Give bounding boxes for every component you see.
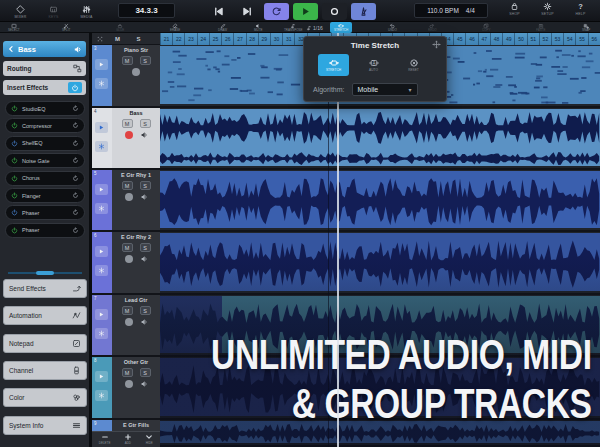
track-header-lead-gtr[interactable]: 7Lead GtrMS <box>92 295 160 357</box>
erase-tool-button[interactable]: ERASE <box>170 22 180 33</box>
track-mute-button[interactable]: M <box>122 119 133 128</box>
track-solo-button[interactable]: S <box>140 56 151 65</box>
track-record-button[interactable] <box>125 380 133 388</box>
track-mute-button[interactable]: M <box>122 243 133 252</box>
track-mute-button[interactable]: M <box>122 306 133 315</box>
transpose-tool-button[interactable]: TRANSPOSE <box>284 22 303 33</box>
track-mute-button[interactable]: M <box>122 181 133 190</box>
play-button[interactable] <box>293 3 318 20</box>
timestretch-stretch-button[interactable]: STRETCH <box>318 54 349 76</box>
paste-tool-button[interactable]: PASTE <box>536 22 546 33</box>
timestretch-auto-button[interactable]: AAUTO <box>358 54 389 76</box>
track-record-button[interactable] <box>125 318 133 326</box>
track-monitor-button[interactable] <box>95 246 108 257</box>
forward-button[interactable] <box>235 3 260 20</box>
track-monitor-button[interactable] <box>95 309 108 320</box>
global-mute-button[interactable]: M <box>112 36 123 42</box>
split-tool-button[interactable]: SPLIT <box>62 22 70 33</box>
effect-slot-8[interactable]: Phaser <box>5 223 85 238</box>
track-drag-icon[interactable] <box>96 35 112 43</box>
track-monitor-button[interactable] <box>95 59 108 70</box>
track-add-button[interactable]: ADD <box>124 433 132 445</box>
media-button[interactable]: MEDIA <box>70 3 103 19</box>
track-color-strip[interactable]: 8 <box>92 357 112 418</box>
track-header-other-gtr[interactable]: 8Other GtrMS <box>92 357 160 420</box>
track-monitor-button[interactable] <box>95 122 108 133</box>
quantize-tool-button[interactable]: 1/16 <box>306 22 323 33</box>
track-freeze-button[interactable] <box>95 203 108 214</box>
track-freeze-button[interactable] <box>95 328 108 339</box>
track-solo-button[interactable]: S <box>140 181 151 190</box>
select-tool-button[interactable]: SELECT <box>8 22 20 33</box>
track-header-e-gtr-rhy-1[interactable]: 5E Gtr Rhy 1MS <box>92 170 160 232</box>
insert-effects-power-button[interactable] <box>68 82 82 93</box>
routing-row[interactable]: Routing <box>3 61 86 76</box>
track-color-strip[interactable]: 4 <box>92 108 112 168</box>
effects-scrollbar[interactable] <box>8 272 82 274</box>
inspector-channel-button[interactable]: Channel <box>3 361 87 380</box>
song-position-display[interactable]: 34.3.3 <box>118 3 175 18</box>
track-record-button[interactable] <box>125 193 133 201</box>
track-color-strip[interactable]: 7 <box>92 295 112 355</box>
record-button[interactable] <box>322 3 347 20</box>
effect-slot-6[interactable]: Flanger <box>5 188 85 203</box>
insert-effects-row[interactable]: Insert Effects <box>3 80 86 95</box>
help-button[interactable]: ?HELP <box>564 0 597 16</box>
global-solo-button[interactable]: S <box>133 36 144 42</box>
inspector-track-header[interactable]: Bass <box>3 41 86 57</box>
inspector-system-info-button[interactable]: System Info <box>3 416 87 435</box>
inspector-send-effects-button[interactable]: Send Effects <box>3 279 87 298</box>
track-header-bass[interactable]: 4BassMS <box>92 108 160 170</box>
setup-button[interactable]: SETUP <box>531 0 564 16</box>
track-monitor-button[interactable] <box>95 371 108 382</box>
track-record-button[interactable] <box>125 131 133 139</box>
track-solo-button[interactable]: S <box>140 119 151 128</box>
move-icon[interactable] <box>432 40 441 49</box>
track-color-strip[interactable]: 6 <box>92 232 112 293</box>
redo-tool-button[interactable]: REDO <box>428 22 437 33</box>
effect-slot-5[interactable]: Chorus <box>5 171 85 186</box>
timestretch-reset-button[interactable]: RESET <box>398 54 429 76</box>
undo-tool-button[interactable]: UNDO <box>388 22 397 33</box>
inspector-automation-button[interactable]: Automation <box>3 306 87 325</box>
metronome-button[interactable] <box>351 3 376 20</box>
draw-tool-button[interactable]: DRAW <box>218 22 227 33</box>
track-record-button[interactable] <box>132 68 140 76</box>
track-header-e-gtr-rhy-2[interactable]: 6E Gtr Rhy 2MS <box>92 232 160 295</box>
algorithm-dropdown[interactable]: Mobile ▾ <box>352 83 418 96</box>
track-solo-button[interactable]: S <box>140 306 151 315</box>
track-freeze-button[interactable] <box>95 265 108 276</box>
cycle-button[interactable] <box>264 3 289 20</box>
effect-slot-2[interactable]: Compressor <box>5 118 85 133</box>
track-freeze-button[interactable] <box>95 78 108 89</box>
glue-tool-button[interactable]: GLUE <box>116 22 124 33</box>
inspector-color-button[interactable]: Color <box>3 388 87 407</box>
tempo-display[interactable]: 110.0 BPM 4/4 <box>414 3 488 18</box>
effect-slot-3[interactable]: ShelfEQ <box>5 136 85 151</box>
audio-region-e-gtr-rhy-1[interactable] <box>160 171 600 228</box>
effect-slot-1[interactable]: StudioEQ <box>5 101 85 116</box>
track-record-button[interactable] <box>125 255 133 263</box>
rewind-button[interactable] <box>206 3 231 20</box>
track-solo-button[interactable]: S <box>140 243 151 252</box>
track-hide-button[interactable]: HIDE <box>145 433 153 445</box>
shop-button[interactable]: SHOP <box>498 0 531 16</box>
track-color-strip[interactable]: 5 <box>92 170 112 230</box>
stretch-tool-button[interactable]: STRETCH <box>330 22 352 33</box>
track-monitor-button[interactable] <box>95 184 108 195</box>
effect-slot-7[interactable]: Phaser <box>5 205 85 220</box>
track-mute-button[interactable]: M <box>122 56 133 65</box>
track-header-piano-str[interactable]: 3Piano StrMS <box>92 45 160 108</box>
copy-tool-button[interactable]: COPY <box>482 22 491 33</box>
track-color-strip[interactable]: 3 <box>92 45 112 106</box>
inspector-notepad-button[interactable]: Notepad <box>3 334 87 353</box>
mixer-button[interactable]: MIXER <box>4 3 37 19</box>
keys-button[interactable]: KEYS <box>37 3 70 19</box>
audio-region-bass[interactable] <box>160 109 600 166</box>
track-freeze-button[interactable] <box>95 390 108 401</box>
track-delete-button[interactable]: DELETE <box>99 433 111 445</box>
effect-slot-4[interactable]: Noise Gate <box>5 153 85 168</box>
mute-tool-button[interactable]: MUTE <box>254 22 263 33</box>
track-mute-button[interactable]: M <box>122 368 133 377</box>
snap-tool-button[interactable]: SNAP <box>582 22 590 33</box>
